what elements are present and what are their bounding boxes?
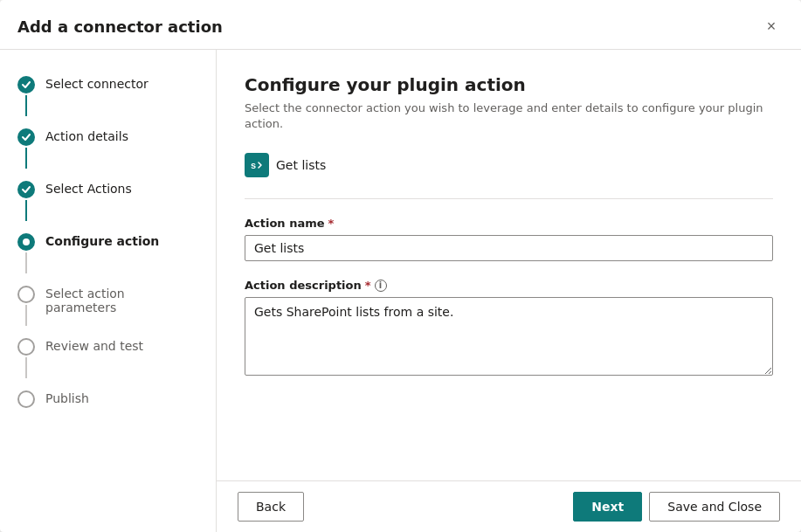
main-content: Configure your plugin action Select the … <box>217 50 801 532</box>
action-description-form-group: Action description * i <box>245 279 773 378</box>
step-indicator-action-details <box>17 128 35 170</box>
action-name-label: Action name * <box>245 217 773 230</box>
checkmark-icon-3 <box>21 184 31 195</box>
step-circle-select-action-parameters <box>17 286 35 303</box>
action-name-form-group: Action name * <box>245 217 773 261</box>
add-connector-action-dialog: Add a connector action × Select connecto… <box>0 0 801 532</box>
action-name-input[interactable] <box>245 235 773 261</box>
active-dot <box>23 238 30 245</box>
sharepoint-icon: s <box>250 158 264 172</box>
step-line-1 <box>25 95 27 116</box>
step-line-4 <box>25 252 27 273</box>
step-circle-select-connector <box>17 76 35 93</box>
step-circle-review-and-test <box>17 338 35 356</box>
close-button[interactable]: × <box>759 14 784 38</box>
step-indicator-review-and-test <box>17 338 35 380</box>
step-indicator-configure-action <box>17 233 35 275</box>
action-name-required: * <box>328 217 335 230</box>
svg-text:s: s <box>251 160 256 170</box>
sidebar-item-select-action-parameters: Select action parameters <box>0 280 216 333</box>
save-close-button[interactable]: Save and Close <box>649 492 780 522</box>
action-description-label: Action description * i <box>245 279 773 292</box>
content-subtitle: Select the connector action you wish to … <box>245 100 773 132</box>
sidebar-item-label-configure-action: Configure action <box>45 233 159 248</box>
sidebar: Select connector Action details <box>0 50 217 532</box>
step-indicator-select-connector <box>17 76 35 118</box>
back-button[interactable]: Back <box>238 492 304 522</box>
sidebar-item-label-select-connector: Select connector <box>45 76 148 91</box>
step-line-6 <box>25 357 27 378</box>
sidebar-item-action-details[interactable]: Action details <box>0 123 216 176</box>
sidebar-item-label-publish: Publish <box>45 390 89 405</box>
dialog-body: Select connector Action details <box>0 50 801 532</box>
action-icon: s <box>245 153 269 177</box>
content-title: Configure your plugin action <box>245 74 773 95</box>
sidebar-item-label-select-action-parameters: Select action parameters <box>45 286 198 314</box>
step-circle-select-actions <box>17 181 35 198</box>
sidebar-item-label-review-and-test: Review and test <box>45 338 143 353</box>
step-line-2 <box>25 148 27 169</box>
sidebar-item-select-actions[interactable]: Select Actions <box>0 176 216 228</box>
info-icon[interactable]: i <box>375 280 387 292</box>
content-area: Configure your plugin action Select the … <box>217 50 801 480</box>
sidebar-item-label-action-details: Action details <box>45 128 128 143</box>
step-circle-configure-action <box>17 233 35 251</box>
divider <box>245 198 773 199</box>
action-description-textarea[interactable] <box>245 297 773 376</box>
sidebar-item-publish: Publish <box>0 385 216 413</box>
step-indicator-publish <box>17 390 35 408</box>
step-indicator-select-action-parameters <box>17 286 35 328</box>
action-description-required: * <box>365 279 371 292</box>
footer-right-buttons: Next Save and Close <box>573 492 780 522</box>
next-button[interactable]: Next <box>573 492 642 522</box>
checkmark-icon-2 <box>21 132 31 142</box>
dialog-title: Add a connector action <box>17 17 223 36</box>
sidebar-item-configure-action[interactable]: Configure action <box>0 228 216 280</box>
action-badge-label: Get lists <box>276 158 326 172</box>
dialog-header: Add a connector action × <box>0 0 801 50</box>
step-circle-action-details <box>17 128 35 146</box>
sidebar-item-label-select-actions: Select Actions <box>45 181 132 196</box>
step-line-3 <box>25 200 27 221</box>
step-indicator-select-actions <box>17 181 35 223</box>
dialog-footer: Back Next Save and Close <box>217 480 801 532</box>
action-badge: s Get lists <box>245 153 326 177</box>
sidebar-item-select-connector[interactable]: Select connector <box>0 71 216 123</box>
step-line-5 <box>25 305 27 326</box>
step-circle-publish <box>17 390 35 408</box>
sidebar-item-review-and-test: Review and test <box>0 333 216 385</box>
checkmark-icon <box>21 79 31 90</box>
